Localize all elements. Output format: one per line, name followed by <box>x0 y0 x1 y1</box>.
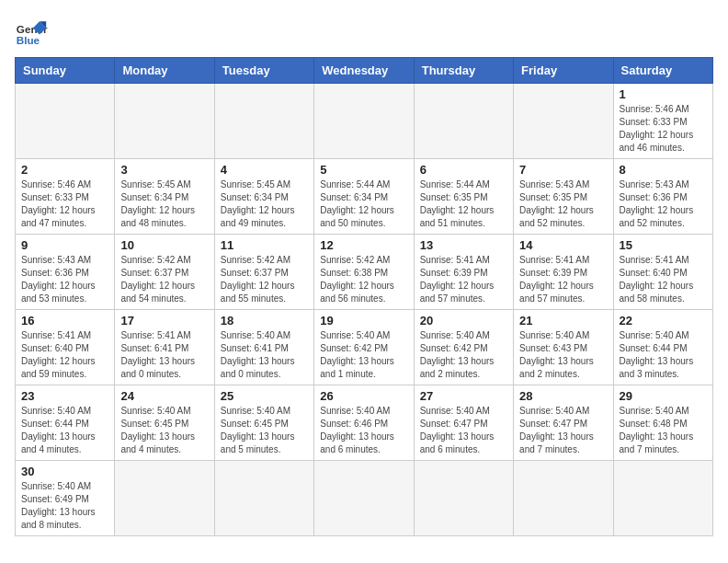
calendar-row: 23Sunrise: 5:40 AM Sunset: 6:44 PM Dayli… <box>16 385 713 461</box>
weekday-header-thursday: Thursday <box>414 58 513 84</box>
day-info: Sunrise: 5:40 AM Sunset: 6:46 PM Dayligh… <box>320 405 407 456</box>
weekday-header-row: SundayMondayTuesdayWednesdayThursdayFrid… <box>16 58 713 84</box>
day-number: 30 <box>21 465 108 478</box>
calendar-cell: 22Sunrise: 5:40 AM Sunset: 6:44 PM Dayli… <box>613 310 712 385</box>
day-number: 23 <box>21 389 108 403</box>
calendar-cell: 29Sunrise: 5:40 AM Sunset: 6:48 PM Dayli… <box>613 385 712 461</box>
calendar-cell: 8Sunrise: 5:43 AM Sunset: 6:36 PM Daylig… <box>613 159 712 235</box>
day-info: Sunrise: 5:42 AM Sunset: 6:38 PM Dayligh… <box>320 254 407 305</box>
calendar-cell: 23Sunrise: 5:40 AM Sunset: 6:44 PM Dayli… <box>16 385 115 461</box>
day-info: Sunrise: 5:43 AM Sunset: 6:35 PM Dayligh… <box>519 178 607 230</box>
calendar-cell: 20Sunrise: 5:40 AM Sunset: 6:42 PM Dayli… <box>414 310 513 385</box>
day-number: 21 <box>519 314 607 327</box>
calendar-cell <box>514 84 613 159</box>
calendar-row: 16Sunrise: 5:41 AM Sunset: 6:40 PM Dayli… <box>16 310 713 385</box>
calendar-cell <box>613 461 712 536</box>
calendar-cell: 27Sunrise: 5:40 AM Sunset: 6:47 PM Dayli… <box>414 385 513 461</box>
calendar-cell: 30Sunrise: 5:40 AM Sunset: 6:49 PM Dayli… <box>16 461 115 536</box>
day-number: 2 <box>21 163 108 177</box>
calendar-row: 30Sunrise: 5:40 AM Sunset: 6:49 PM Dayli… <box>16 461 713 536</box>
day-info: Sunrise: 5:40 AM Sunset: 6:41 PM Dayligh… <box>221 329 308 381</box>
calendar-cell <box>414 461 513 536</box>
calendar-row: 1Sunrise: 5:46 AM Sunset: 6:33 PM Daylig… <box>16 84 713 159</box>
calendar-cell: 10Sunrise: 5:42 AM Sunset: 6:37 PM Dayli… <box>115 235 214 310</box>
calendar-cell <box>115 461 214 536</box>
calendar-cell: 6Sunrise: 5:44 AM Sunset: 6:35 PM Daylig… <box>414 159 513 235</box>
day-info: Sunrise: 5:41 AM Sunset: 6:40 PM Dayligh… <box>620 254 707 305</box>
day-info: Sunrise: 5:40 AM Sunset: 6:45 PM Dayligh… <box>221 405 308 456</box>
calendar-cell: 3Sunrise: 5:45 AM Sunset: 6:34 PM Daylig… <box>115 159 214 235</box>
day-number: 10 <box>120 238 208 252</box>
day-number: 11 <box>221 238 308 252</box>
day-number: 16 <box>21 314 108 327</box>
day-number: 5 <box>320 163 407 177</box>
day-info: Sunrise: 5:44 AM Sunset: 6:34 PM Dayligh… <box>320 178 407 230</box>
day-info: Sunrise: 5:41 AM Sunset: 6:40 PM Dayligh… <box>21 329 108 381</box>
day-info: Sunrise: 5:40 AM Sunset: 6:44 PM Dayligh… <box>620 329 707 381</box>
calendar-cell: 26Sunrise: 5:40 AM Sunset: 6:46 PM Dayli… <box>314 385 414 461</box>
day-info: Sunrise: 5:41 AM Sunset: 6:41 PM Dayligh… <box>120 329 208 381</box>
day-info: Sunrise: 5:45 AM Sunset: 6:34 PM Dayligh… <box>120 178 208 230</box>
day-number: 8 <box>620 163 707 177</box>
day-number: 28 <box>519 389 607 403</box>
day-number: 7 <box>519 163 607 177</box>
day-number: 18 <box>221 314 308 327</box>
svg-text:Blue: Blue <box>17 34 40 46</box>
day-info: Sunrise: 5:40 AM Sunset: 6:47 PM Dayligh… <box>519 405 607 456</box>
day-number: 25 <box>221 389 308 403</box>
day-info: Sunrise: 5:41 AM Sunset: 6:39 PM Dayligh… <box>519 254 607 305</box>
calendar-cell <box>314 84 414 159</box>
calendar-cell: 28Sunrise: 5:40 AM Sunset: 6:47 PM Dayli… <box>514 385 613 461</box>
calendar-cell: 5Sunrise: 5:44 AM Sunset: 6:34 PM Daylig… <box>314 159 414 235</box>
weekday-header-tuesday: Tuesday <box>214 58 313 84</box>
day-number: 15 <box>620 238 707 252</box>
calendar-cell: 14Sunrise: 5:41 AM Sunset: 6:39 PM Dayli… <box>514 235 613 310</box>
calendar-cell: 24Sunrise: 5:40 AM Sunset: 6:45 PM Dayli… <box>115 385 214 461</box>
day-number: 9 <box>21 238 108 252</box>
calendar-cell: 19Sunrise: 5:40 AM Sunset: 6:42 PM Dayli… <box>314 310 414 385</box>
day-info: Sunrise: 5:46 AM Sunset: 6:33 PM Dayligh… <box>620 103 707 155</box>
day-number: 22 <box>620 314 707 327</box>
calendar-cell: 17Sunrise: 5:41 AM Sunset: 6:41 PM Dayli… <box>115 310 214 385</box>
day-info: Sunrise: 5:42 AM Sunset: 6:37 PM Dayligh… <box>120 254 208 305</box>
day-number: 14 <box>519 238 607 252</box>
general-blue-logo-icon: General Blue <box>15 15 48 48</box>
calendar-row: 9Sunrise: 5:43 AM Sunset: 6:36 PM Daylig… <box>16 235 713 310</box>
calendar-cell: 21Sunrise: 5:40 AM Sunset: 6:43 PM Dayli… <box>514 310 613 385</box>
calendar-cell: 2Sunrise: 5:46 AM Sunset: 6:33 PM Daylig… <box>16 159 115 235</box>
calendar-cell: 7Sunrise: 5:43 AM Sunset: 6:35 PM Daylig… <box>514 159 613 235</box>
day-info: Sunrise: 5:43 AM Sunset: 6:36 PM Dayligh… <box>620 178 707 230</box>
calendar-cell: 15Sunrise: 5:41 AM Sunset: 6:40 PM Dayli… <box>613 235 712 310</box>
weekday-header-monday: Monday <box>115 58 214 84</box>
calendar-cell: 13Sunrise: 5:41 AM Sunset: 6:39 PM Dayli… <box>414 235 513 310</box>
day-info: Sunrise: 5:40 AM Sunset: 6:48 PM Dayligh… <box>620 405 707 456</box>
day-number: 1 <box>620 87 707 101</box>
day-info: Sunrise: 5:40 AM Sunset: 6:42 PM Dayligh… <box>320 329 407 381</box>
calendar-cell: 4Sunrise: 5:45 AM Sunset: 6:34 PM Daylig… <box>214 159 313 235</box>
calendar-cell <box>16 84 115 159</box>
day-info: Sunrise: 5:43 AM Sunset: 6:36 PM Dayligh… <box>21 254 108 305</box>
day-number: 3 <box>120 163 208 177</box>
calendar-cell <box>115 84 214 159</box>
weekday-header-saturday: Saturday <box>613 58 712 84</box>
day-number: 4 <box>221 163 308 177</box>
day-info: Sunrise: 5:41 AM Sunset: 6:39 PM Dayligh… <box>420 254 507 305</box>
day-number: 19 <box>320 314 407 327</box>
header: General Blue <box>15 15 713 48</box>
day-info: Sunrise: 5:40 AM Sunset: 6:47 PM Dayligh… <box>420 405 507 456</box>
calendar-cell <box>414 84 513 159</box>
calendar-row: 2Sunrise: 5:46 AM Sunset: 6:33 PM Daylig… <box>16 159 713 235</box>
calendar-cell: 1Sunrise: 5:46 AM Sunset: 6:33 PM Daylig… <box>613 84 712 159</box>
calendar-cell: 18Sunrise: 5:40 AM Sunset: 6:41 PM Dayli… <box>214 310 313 385</box>
day-info: Sunrise: 5:46 AM Sunset: 6:33 PM Dayligh… <box>21 178 108 230</box>
day-number: 13 <box>420 238 507 252</box>
day-info: Sunrise: 5:40 AM Sunset: 6:45 PM Dayligh… <box>120 405 208 456</box>
calendar-cell: 12Sunrise: 5:42 AM Sunset: 6:38 PM Dayli… <box>314 235 414 310</box>
day-info: Sunrise: 5:40 AM Sunset: 6:42 PM Dayligh… <box>420 329 507 381</box>
day-info: Sunrise: 5:40 AM Sunset: 6:49 PM Dayligh… <box>21 480 108 532</box>
calendar-cell: 25Sunrise: 5:40 AM Sunset: 6:45 PM Dayli… <box>214 385 313 461</box>
day-number: 6 <box>420 163 507 177</box>
day-number: 20 <box>420 314 507 327</box>
day-info: Sunrise: 5:42 AM Sunset: 6:37 PM Dayligh… <box>221 254 308 305</box>
day-number: 12 <box>320 238 407 252</box>
